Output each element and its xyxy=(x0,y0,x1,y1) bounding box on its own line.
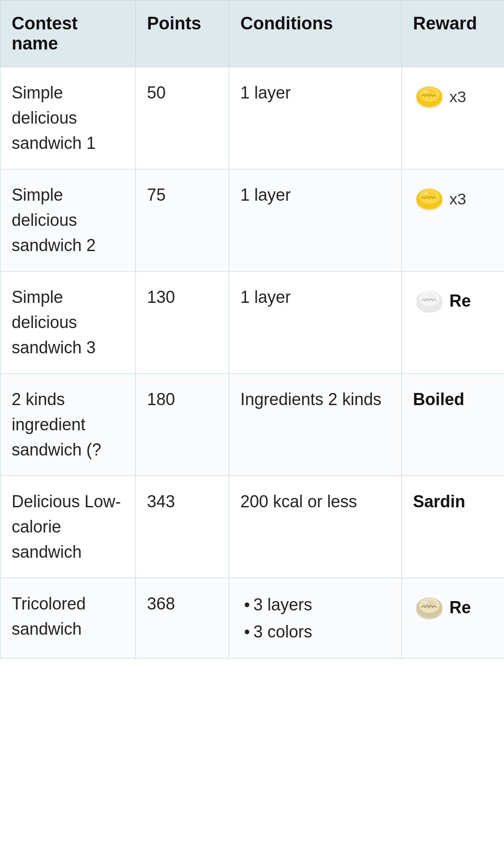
svg-point-9 xyxy=(424,192,428,195)
svg-point-19 xyxy=(424,601,428,604)
table-header-row: Contest name Points Conditions Reward xyxy=(0,0,504,67)
table-row: 2 kinds ingredient sandwich (?180Ingredi… xyxy=(0,374,504,476)
cell-name: Tricolored sandwich xyxy=(0,578,136,659)
header-conditions: Conditions xyxy=(229,0,402,67)
cell-name: Simple delicious sandwich 1 xyxy=(0,67,136,169)
table-row: Simple delicious sandwich 2751 layer x3 xyxy=(0,169,504,272)
reward-label: Boiled xyxy=(413,390,464,409)
reward-label: Sardin xyxy=(413,492,465,511)
cell-conditions: 1 layer xyxy=(229,67,402,169)
reward-icon xyxy=(413,285,446,317)
table-row: Simple delicious sandwich 31301 layer Re xyxy=(0,272,504,374)
contest-table-container: Contest name Points Conditions Reward Si… xyxy=(0,0,504,659)
cell-conditions: 3 layers3 colors xyxy=(229,578,402,659)
reward-multiplier: x3 xyxy=(449,85,466,109)
header-name: Contest name xyxy=(0,0,136,67)
cell-points: 368 xyxy=(136,578,229,659)
contest-table: Contest name Points Conditions Reward Si… xyxy=(0,0,504,659)
cell-points: 75 xyxy=(136,169,229,272)
cell-name: Simple delicious sandwich 2 xyxy=(0,169,136,272)
cell-reward: Re xyxy=(402,578,504,659)
cell-reward: x3 xyxy=(402,169,504,272)
reward-label: Re xyxy=(449,595,471,620)
cell-conditions: 1 layer xyxy=(229,169,402,272)
reward-icon xyxy=(413,182,446,215)
cell-reward: Boiled xyxy=(402,374,504,476)
cell-reward: x3 xyxy=(402,67,504,169)
header-points: Points xyxy=(136,0,229,67)
cell-reward: Re xyxy=(402,272,504,374)
condition-item: 3 colors xyxy=(240,618,390,645)
reward-label: Re xyxy=(449,288,471,314)
cell-points: 180 xyxy=(136,374,229,476)
cell-name: Delicious Low-calorie sandwich xyxy=(0,476,136,578)
cell-conditions: 1 layer xyxy=(229,272,402,374)
condition-item: 3 layers xyxy=(240,591,390,618)
cell-points: 343 xyxy=(136,476,229,578)
cell-conditions: 200 kcal or less xyxy=(229,476,402,578)
cell-reward: Sardin xyxy=(402,476,504,578)
cell-name: 2 kinds ingredient sandwich (? xyxy=(0,374,136,476)
cell-conditions: Ingredients 2 kinds xyxy=(229,374,402,476)
reward-icon xyxy=(413,80,446,113)
reward-icon xyxy=(413,591,446,624)
table-row: Simple delicious sandwich 1501 layer x3 xyxy=(0,67,504,169)
table-row: Tricolored sandwich3683 layers3 colors R… xyxy=(0,578,504,659)
reward-multiplier: x3 xyxy=(449,187,466,211)
cell-name: Simple delicious sandwich 3 xyxy=(0,272,136,374)
cell-points: 130 xyxy=(136,272,229,374)
table-row: Delicious Low-calorie sandwich343200 kca… xyxy=(0,476,504,578)
svg-point-14 xyxy=(424,294,428,297)
header-reward: Reward xyxy=(402,0,504,67)
cell-points: 50 xyxy=(136,67,229,169)
svg-point-4 xyxy=(424,90,428,93)
